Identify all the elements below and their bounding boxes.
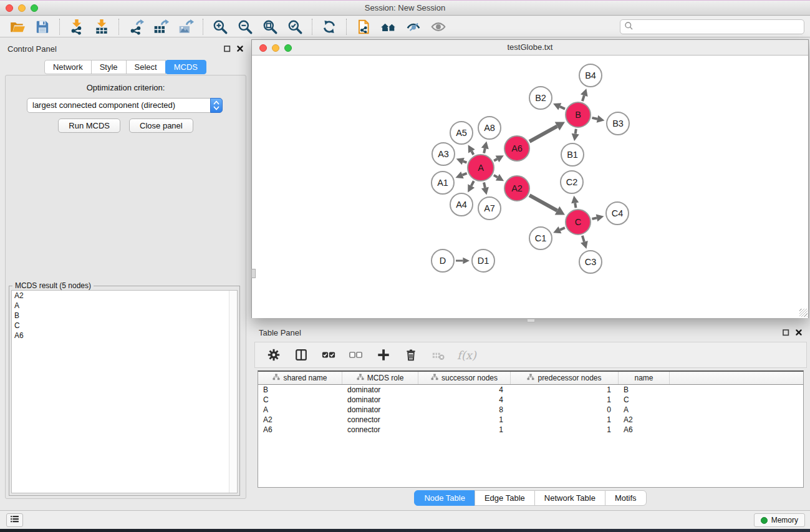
cell-successor-nodes[interactable]: 4: [418, 385, 511, 395]
zoom-window-button[interactable]: [31, 4, 38, 12]
graph-node-A3[interactable]: A3: [432, 143, 455, 165]
mcds-result-list[interactable]: A2ABCA6: [11, 290, 238, 493]
column-layout-button[interactable]: [292, 346, 310, 364]
graph-edge-C-C2[interactable]: [571, 196, 579, 208]
column-header-MCDS-role[interactable]: MCDS role: [342, 372, 418, 384]
window-resize-grip[interactable]: [799, 309, 808, 317]
export-network-button[interactable]: [123, 17, 148, 36]
graph-edge-C-C4[interactable]: [592, 214, 604, 221]
table-row[interactable]: A2connector11A2: [258, 415, 803, 425]
tab-edge-table[interactable]: Edge Table: [475, 490, 535, 506]
cell-shared-name[interactable]: A2: [258, 415, 342, 425]
graph-edge-A-A4[interactable]: [468, 181, 475, 192]
tab-network[interactable]: Network: [44, 60, 92, 74]
delete-column-button[interactable]: [402, 346, 420, 364]
eye-button[interactable]: [426, 17, 451, 36]
graph-edge-A-A6[interactable]: [494, 155, 504, 162]
cell-MCDS-role[interactable]: connector: [342, 425, 418, 435]
zoom-selected-button[interactable]: [282, 17, 307, 36]
add-column-button[interactable]: [375, 346, 392, 364]
graph-node-A6[interactable]: A6: [504, 136, 529, 161]
graph-node-C4[interactable]: C4: [606, 202, 629, 225]
criterion-dropdown[interactable]: largest connected component (directed): [27, 98, 223, 113]
close-panel-icon[interactable]: [795, 329, 803, 336]
cell-successor-nodes[interactable]: 1: [418, 415, 511, 425]
cell-shared-name[interactable]: A: [258, 405, 342, 415]
cell-shared-name[interactable]: B: [258, 385, 342, 395]
import-table-button[interactable]: [89, 17, 114, 36]
cell-name[interactable]: C: [619, 395, 670, 405]
graph-edge-B-B4[interactable]: [581, 89, 588, 101]
splitter-grip[interactable]: [251, 269, 256, 278]
close-window-button[interactable]: [6, 4, 13, 12]
graph-node-C2[interactable]: C2: [561, 171, 583, 193]
cell-successor-nodes[interactable]: 8: [418, 405, 511, 415]
graph-node-C[interactable]: C: [566, 210, 591, 235]
select-all-columns-button[interactable]: [320, 346, 337, 364]
graph-edge-A-A8[interactable]: [481, 141, 489, 153]
graph-node-A4[interactable]: A4: [450, 193, 473, 216]
column-header-predecessor-nodes[interactable]: predecessor nodes: [511, 372, 619, 384]
function-builder-button[interactable]: f(x): [457, 349, 476, 362]
export-table-button[interactable]: [148, 17, 173, 36]
cell-shared-name[interactable]: A6: [258, 425, 342, 435]
result-item[interactable]: A: [12, 301, 237, 311]
tab-network-table[interactable]: Network Table: [534, 490, 605, 506]
open-network-file-button[interactable]: [351, 17, 376, 36]
cell-predecessor-nodes[interactable]: 1: [511, 395, 619, 405]
cell-name[interactable]: A: [619, 405, 670, 415]
result-item[interactable]: B: [12, 311, 237, 321]
cell-name[interactable]: A2: [619, 415, 670, 425]
cell-MCDS-role[interactable]: dominator: [342, 405, 418, 415]
tab-style[interactable]: Style: [91, 60, 127, 74]
network-canvas[interactable]: AA1A2A3A4A5A6A7A8BB1B2B3B4CC1C2C3C4DD1: [252, 56, 808, 318]
horizontal-splitter-grip[interactable]: [527, 319, 535, 322]
table-row[interactable]: Cdominator41C: [258, 395, 803, 405]
table-row[interactable]: A6connector11A6: [258, 425, 803, 435]
zoom-out-button[interactable]: [233, 17, 258, 36]
cell-predecessor-nodes[interactable]: 0: [511, 405, 619, 415]
minimize-network-window-button[interactable]: [272, 44, 279, 52]
graph-edge-A6-B[interactable]: [529, 122, 565, 142]
close-panel-button[interactable]: Close panel: [129, 118, 193, 133]
home-button[interactable]: [376, 17, 401, 36]
graph-edge-B-B2[interactable]: [553, 103, 565, 110]
cell-MCDS-role[interactable]: dominator: [342, 385, 418, 395]
table-row[interactable]: Bdominator41B: [258, 385, 803, 395]
graph-node-D1[interactable]: D1: [472, 249, 494, 272]
run-mcds-button[interactable]: Run MCDS: [58, 118, 120, 133]
graph-edge-C-C3[interactable]: [581, 236, 588, 249]
cell-successor-nodes[interactable]: 4: [418, 395, 511, 405]
delete-table-button[interactable]: [430, 346, 447, 364]
graph-edge-B-B3[interactable]: [592, 115, 604, 123]
table-settings-button[interactable]: [265, 346, 282, 364]
save-session-button[interactable]: [30, 17, 55, 36]
graph-node-B2[interactable]: B2: [529, 87, 552, 109]
column-header-successor-nodes[interactable]: successor nodes: [418, 372, 511, 384]
table-row[interactable]: Adominator80A: [258, 405, 803, 415]
minimize-window-button[interactable]: [18, 4, 26, 12]
graph-node-B[interactable]: B: [566, 102, 591, 127]
cell-successor-nodes[interactable]: 1: [418, 425, 511, 435]
graph-edge-A2-C[interactable]: [529, 195, 565, 215]
graph-node-D[interactable]: D: [432, 249, 454, 272]
close-panel-icon[interactable]: [236, 45, 244, 52]
export-image-button[interactable]: [173, 17, 198, 36]
cell-predecessor-nodes[interactable]: 1: [511, 415, 619, 425]
column-header-shared-name[interactable]: shared name: [258, 372, 342, 384]
graph-node-A2[interactable]: A2: [504, 176, 529, 201]
tab-mcds[interactable]: MCDS: [165, 60, 206, 74]
graph-edge-A-A5[interactable]: [468, 145, 475, 155]
graph-node-A1[interactable]: A1: [432, 172, 454, 194]
zoom-in-button[interactable]: [208, 17, 233, 36]
cell-name[interactable]: A6: [619, 425, 670, 435]
search-input[interactable]: [634, 21, 804, 33]
float-panel-icon[interactable]: [782, 329, 789, 336]
graph-node-A7[interactable]: A7: [478, 197, 501, 220]
style-eye-button[interactable]: [401, 17, 426, 36]
tab-motifs[interactable]: Motifs: [605, 490, 647, 506]
zoom-network-window-button[interactable]: [284, 44, 292, 52]
search-box[interactable]: [620, 19, 804, 34]
float-panel-icon[interactable]: [223, 45, 231, 52]
graph-edge-D-D1[interactable]: [456, 258, 470, 264]
